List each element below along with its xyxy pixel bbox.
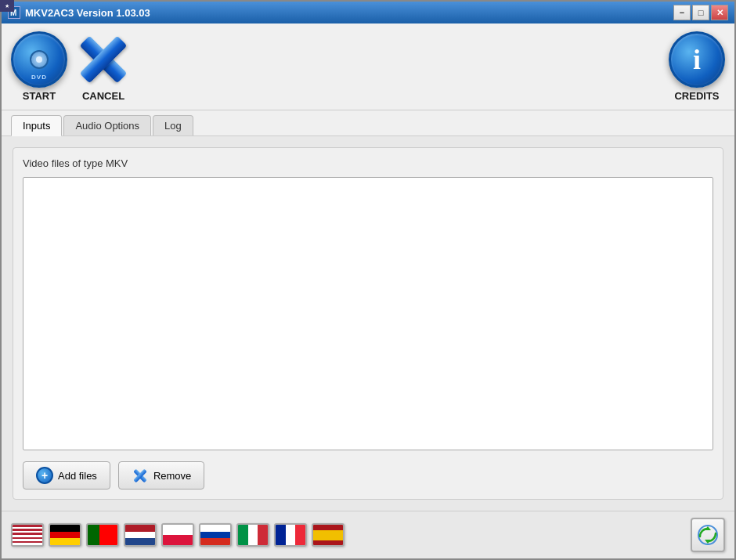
remove-label: Remove [153, 470, 191, 482]
add-files-button[interactable]: + Add files [23, 461, 110, 490]
titlebar: M MKV2AC3 Version 1.03.03 − □ ✕ [2, 2, 734, 23]
file-buttons: + Add files Remove [23, 458, 713, 490]
cancel-button[interactable]: CANCEL [75, 31, 132, 102]
add-files-icon: + [36, 467, 53, 484]
cancel-icon [75, 31, 132, 88]
flag-usa[interactable]: ★ [11, 523, 44, 547]
maximize-button[interactable]: □ [692, 5, 709, 20]
minimize-button[interactable]: − [673, 5, 691, 20]
close-button[interactable]: ✕ [711, 5, 728, 20]
start-label: START [23, 90, 56, 102]
tab-audio-options[interactable]: Audio Options [63, 115, 151, 135]
toolbar-left: DVD START CANCEL [11, 31, 132, 102]
file-list[interactable] [23, 177, 713, 450]
main-window: M MKV2AC3 Version 1.03.03 − □ ✕ DVD STAR… [0, 0, 736, 560]
tab-log[interactable]: Log [153, 115, 193, 135]
flag-ru[interactable] [199, 523, 232, 547]
main-content: Video files of type MKV + Add files Remo… [2, 136, 734, 511]
start-button[interactable]: DVD START [11, 31, 67, 102]
flag-fr[interactable] [274, 523, 307, 547]
toolbar: DVD START CANCEL i CREDITS [2, 23, 734, 110]
flag-nl[interactable] [124, 523, 157, 547]
start-icon: DVD [11, 31, 67, 88]
titlebar-left: M MKV2AC3 Version 1.03.03 [8, 6, 150, 19]
add-files-label: Add files [58, 470, 97, 482]
tabbar: Inputs Audio Options Log [2, 110, 734, 136]
flag-it[interactable] [236, 523, 269, 547]
cancel-label: CANCEL [82, 90, 124, 102]
flag-pl[interactable] [161, 523, 194, 547]
file-list-label: Video files of type MKV [23, 157, 713, 169]
flag-de[interactable] [49, 523, 81, 547]
flags-bar: ★ [2, 511, 734, 558]
tab-inputs[interactable]: Inputs [11, 115, 62, 136]
remove-icon [132, 467, 149, 484]
credits-label: CREDITS [674, 90, 719, 102]
titlebar-controls: − □ ✕ [673, 5, 728, 20]
flags-left: ★ [11, 523, 345, 547]
flag-pt[interactable] [86, 523, 119, 547]
window-title: MKV2AC3 Version 1.03.03 [25, 7, 150, 19]
remove-button[interactable]: Remove [118, 461, 204, 490]
update-button[interactable] [691, 518, 725, 552]
credits-icon: i [669, 31, 725, 88]
inputs-panel: Video files of type MKV + Add files Remo… [13, 147, 723, 500]
credits-button[interactable]: i CREDITS [669, 31, 725, 102]
update-icon [697, 524, 719, 546]
flag-es[interactable] [312, 523, 345, 547]
